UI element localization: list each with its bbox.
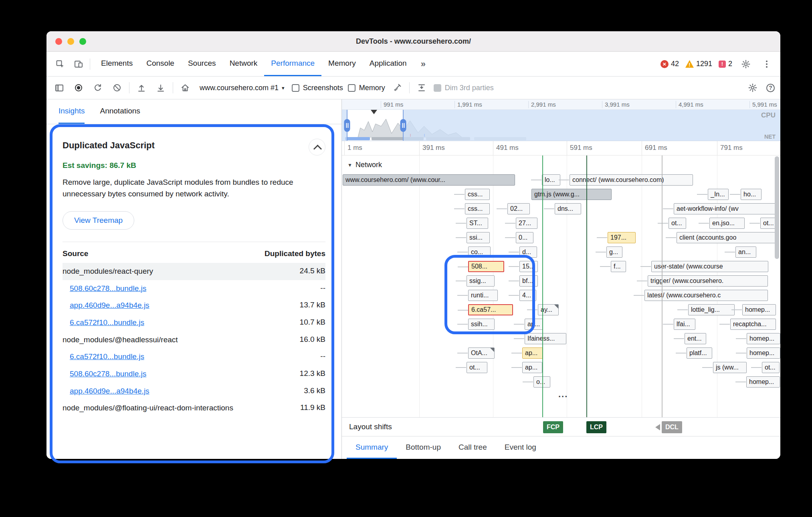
tab-console[interactable]: Console — [139, 52, 181, 76]
network-request[interactable]: lfai... — [674, 319, 695, 330]
network-request[interactable]: homep... — [747, 347, 780, 359]
overview-right-handle[interactable] — [403, 110, 404, 141]
home-icon[interactable] — [178, 81, 192, 95]
more-options-icon[interactable] — [759, 57, 774, 71]
error-count[interactable]: × 42 — [661, 60, 679, 68]
inspect-element-icon[interactable] — [53, 57, 67, 71]
tab-network[interactable]: Network — [223, 52, 265, 76]
source-file-link[interactable]: 6.ca572f10...bundle.js — [70, 318, 144, 328]
network-request[interactable]: css... — [465, 189, 490, 200]
dim-third-parties-checkbox[interactable]: Dim 3rd parties — [434, 84, 494, 92]
network-request[interactable]: en.jso... — [709, 218, 745, 229]
tab-application[interactable]: Application — [363, 52, 414, 76]
network-request[interactable]: ap... — [522, 362, 542, 373]
issues-count[interactable]: ! 2 — [719, 60, 732, 68]
network-request[interactable]: ssih... — [468, 319, 495, 330]
network-request[interactable]: ST... — [467, 218, 488, 229]
toggle-sidebar-icon[interactable] — [52, 81, 67, 95]
network-request[interactable]: lo... — [542, 174, 560, 186]
network-request[interactable]: bf... — [519, 275, 538, 287]
close-button[interactable] — [55, 38, 62, 45]
bottom-tab-summary[interactable]: Summary — [347, 436, 397, 459]
network-request[interactable]: Ifainess... — [525, 333, 566, 344]
network-request[interactable]: dns... — [555, 203, 581, 214]
network-request[interactable]: ap... — [525, 319, 543, 330]
network-request[interactable]: 0... — [516, 232, 533, 243]
network-request[interactable]: ot... — [467, 362, 487, 373]
capture-settings-gear-icon[interactable] — [745, 81, 760, 95]
network-request[interactable]: platf... — [687, 347, 712, 359]
sidebar-tab-annotations[interactable]: Annotations — [100, 99, 140, 124]
load-profile-icon[interactable] — [134, 81, 149, 95]
network-request[interactable]: 15... — [519, 261, 538, 272]
bottom-tab-bottom-up[interactable]: Bottom-up — [397, 436, 450, 459]
settings-gear-icon[interactable] — [739, 57, 753, 71]
network-request[interactable]: css... — [465, 203, 490, 214]
bottom-tab-event-log[interactable]: Event log — [496, 436, 545, 459]
network-request[interactable]: ssi... — [467, 232, 490, 243]
network-request[interactable]: latest/ (www.coursehero.c — [644, 290, 768, 301]
timeline-overview[interactable]: 991 ms1,991 ms2,991 ms3,991 ms4,991 ms5,… — [342, 99, 780, 141]
collapse-insight-button[interactable] — [309, 139, 325, 156]
network-request[interactable]: 02... — [507, 203, 530, 214]
source-file-link[interactable]: 508.60c278...bundle.js — [70, 369, 146, 379]
network-request[interactable]: 508... — [468, 261, 504, 272]
overview-left-handle[interactable] — [347, 110, 347, 141]
network-request[interactable]: ho... — [741, 189, 762, 200]
network-request[interactable]: 27... — [516, 218, 537, 229]
network-request[interactable]: runti... — [468, 290, 498, 301]
network-request[interactable]: an... — [735, 246, 756, 258]
network-request[interactable]: d... — [519, 246, 537, 258]
save-profile-icon[interactable] — [154, 81, 168, 95]
tab-memory[interactable]: Memory — [321, 52, 363, 76]
screenshots-checkbox[interactable]: Screenshots — [292, 84, 343, 92]
network-request[interactable]: connect/ (www.coursehero.com) — [570, 174, 693, 186]
network-request[interactable]: _In... — [708, 189, 729, 200]
network-request[interactable]: aet-workflow-info/ (wv — [674, 203, 776, 214]
network-request[interactable]: homep... — [747, 333, 780, 344]
network-request[interactable]: homep... — [746, 376, 780, 388]
network-request[interactable]: co... — [468, 246, 491, 258]
network-request[interactable]: js (ww... — [713, 362, 747, 373]
network-section-header[interactable]: ▼ Network — [342, 156, 780, 173]
network-request[interactable]: trigger/ (www.coursehero. — [648, 275, 768, 287]
network-request[interactable]: 4... — [519, 290, 536, 301]
source-file-link[interactable]: app.460d9e...a94b4e.js — [70, 301, 149, 311]
network-request[interactable]: ssig... — [467, 275, 495, 287]
zoom-button[interactable] — [79, 38, 86, 45]
help-icon[interactable]: ? — [766, 84, 775, 92]
view-treemap-button[interactable]: View Treemap — [63, 211, 134, 230]
tab-elements[interactable]: Elements — [94, 52, 139, 76]
record-button[interactable] — [71, 81, 86, 95]
collapse-chart-icon[interactable] — [414, 81, 429, 95]
tab-performance[interactable]: Performance — [264, 52, 321, 76]
minimize-button[interactable] — [67, 38, 74, 45]
network-request[interactable]: ap... — [522, 347, 543, 359]
network-request[interactable]: user-state/ (www.course — [651, 261, 768, 272]
memory-checkbox[interactable]: Memory — [348, 84, 385, 92]
device-toolbar-icon[interactable] — [71, 57, 86, 71]
network-request[interactable]: OtA... — [468, 347, 495, 359]
source-file-link[interactable]: 6.ca572f10...bundle.js — [70, 352, 144, 362]
source-file-link[interactable]: 508.60c278...bundle.js — [70, 284, 146, 294]
more-requests-ellipsis[interactable]: ... — [558, 389, 568, 400]
network-request[interactable]: www.coursehero.com/ (www.cour... — [343, 174, 515, 186]
sidebar-tab-insights[interactable]: Insights — [59, 99, 85, 124]
network-request[interactable]: 197... — [608, 232, 636, 243]
warning-count[interactable]: ! 1291 — [685, 60, 712, 68]
network-request[interactable]: homep... — [742, 304, 776, 315]
garbage-collect-icon[interactable] — [390, 81, 404, 95]
profile-selector[interactable]: www.coursehero.com #1 ▾ — [197, 84, 287, 92]
source-file-link[interactable]: app.460d9e...a94b4e.js — [70, 386, 149, 396]
network-request[interactable]: lottie_lig... — [688, 304, 735, 315]
network-request[interactable]: o... — [533, 376, 550, 388]
network-request[interactable]: ent... — [685, 333, 706, 344]
vertical-scrollbar[interactable] — [775, 156, 779, 259]
network-request[interactable]: ay... — [538, 304, 559, 315]
tab-sources[interactable]: Sources — [181, 52, 223, 76]
network-request[interactable]: client (accounts.goo — [677, 232, 778, 243]
more-tabs-icon[interactable]: » — [418, 59, 429, 69]
clear-button[interactable] — [110, 81, 124, 95]
network-request[interactable]: ot... — [669, 218, 686, 229]
network-request[interactable]: gtm.js (www.g... — [531, 189, 612, 200]
